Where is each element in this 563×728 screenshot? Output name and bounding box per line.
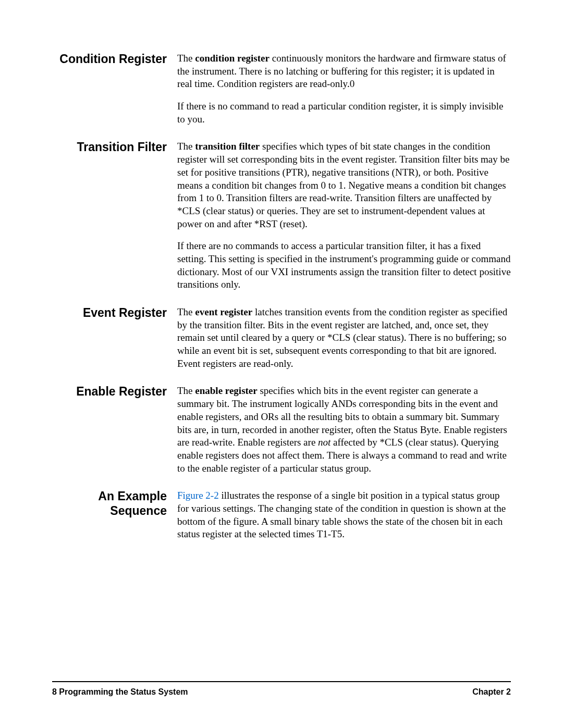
footer-left: 8 Programming the Status System <box>52 687 188 697</box>
body-event-register: The event register latches transition ev… <box>177 306 511 370</box>
paragraph: The event register latches transition ev… <box>177 306 511 370</box>
paragraph: If there are no commands to access a par… <box>177 240 511 291</box>
body-transition-filter: The transition filter specifies which ty… <box>177 140 511 291</box>
paragraph: The transition filter specifies which ty… <box>177 140 511 230</box>
heading-condition-register: Condition Register <box>52 52 177 126</box>
section-event-register: Event Register The event register latche… <box>52 306 511 370</box>
term-transition-filter: transition filter <box>195 141 260 152</box>
heading-transition-filter: Transition Filter <box>52 140 177 291</box>
term-event-register: event register <box>195 306 252 317</box>
term-condition-register: condition register <box>195 53 270 64</box>
heading-enable-register: Enable Register <box>52 385 177 475</box>
section-enable-register: Enable Register The enable register spec… <box>52 385 511 475</box>
page-footer: 8 Programming the Status System Chapter … <box>52 681 511 697</box>
heading-example-sequence: An Example Sequence <box>52 489 177 541</box>
section-condition-register: Condition Register The condition registe… <box>52 52 511 126</box>
section-example-sequence: An Example Sequence Figure 2-2 illustrat… <box>52 489 511 541</box>
page-number: 8 <box>52 687 57 696</box>
figure-reference-link[interactable]: Figure 2-2 <box>177 490 219 501</box>
section-transition-filter: Transition Filter The transition filter … <box>52 140 511 291</box>
page-content: Condition Register The condition registe… <box>0 0 563 587</box>
paragraph: Figure 2-2 illustrates the response of a… <box>177 489 511 541</box>
paragraph: If there is no command to read a particu… <box>177 100 511 126</box>
heading-event-register: Event Register <box>52 306 177 370</box>
paragraph: The condition register continuously moni… <box>177 52 511 91</box>
body-example-sequence: Figure 2-2 illustrates the response of a… <box>177 489 511 541</box>
footer-title: Programming the Status System <box>57 687 188 696</box>
body-enable-register: The enable register specifies which bits… <box>177 385 511 475</box>
body-condition-register: The condition register continuously moni… <box>177 52 511 126</box>
emphasis-not: not <box>318 437 331 448</box>
term-enable-register: enable register <box>195 385 257 396</box>
paragraph: The enable register specifies which bits… <box>177 385 511 475</box>
footer-right: Chapter 2 <box>472 687 511 697</box>
